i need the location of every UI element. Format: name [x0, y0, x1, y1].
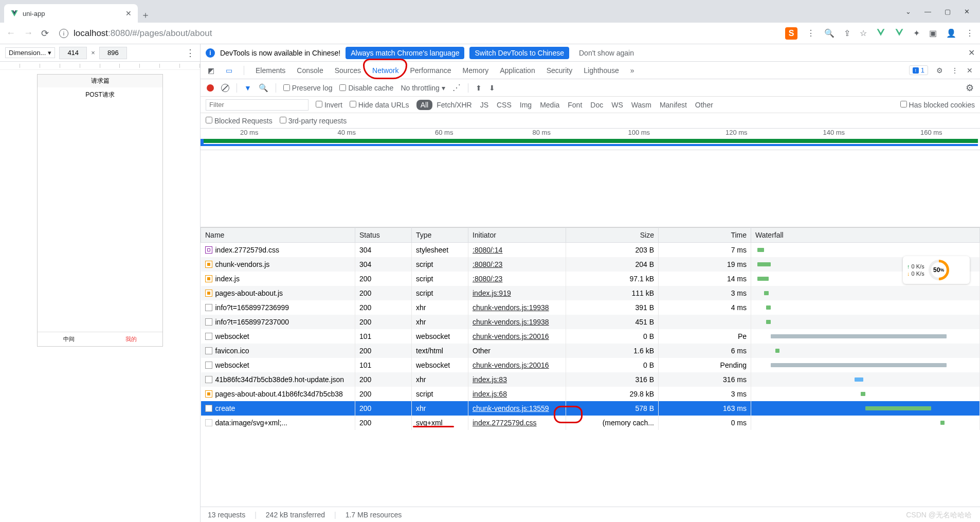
device-select[interactable]: Dimension... ▾: [5, 47, 55, 58]
height-input[interactable]: [99, 47, 127, 59]
filter-type-font[interactable]: Font: [564, 100, 586, 110]
forward-icon[interactable]: →: [24, 28, 33, 39]
filter-type-css[interactable]: CSS: [493, 100, 516, 110]
record-button[interactable]: [207, 84, 214, 92]
ext-menu-icon[interactable]: ⋮: [807, 28, 815, 38]
blocked-cookies-checkbox[interactable]: Has blocked cookies: [900, 101, 975, 109]
close-infobar-icon[interactable]: ✕: [968, 48, 975, 58]
vue-devtools-icon-2[interactable]: [895, 28, 904, 39]
filter-type-media[interactable]: Media: [536, 100, 564, 110]
col-waterfall[interactable]: Waterfall: [751, 228, 980, 243]
tabbar-item-2[interactable]: 我的: [100, 332, 163, 346]
request-row[interactable]: index.js200script:8080/:2397.1 kB14 ms: [201, 272, 980, 286]
filter-type-other[interactable]: Other: [691, 100, 717, 110]
extensions-icon[interactable]: ✦: [913, 28, 920, 38]
third-party-checkbox[interactable]: 3rd-party requests: [280, 117, 347, 125]
search-icon[interactable]: 🔍: [259, 83, 268, 93]
request-row[interactable]: pages-about-about.js200scriptindex.js:91…: [201, 286, 980, 300]
tabbar-item-1[interactable]: 中间: [38, 332, 100, 346]
match-language-button[interactable]: Always match Chrome's language: [346, 47, 464, 59]
download-har-icon[interactable]: ⬇: [489, 84, 495, 92]
tab-performance[interactable]: Performance: [410, 66, 451, 75]
filter-type-img[interactable]: Img: [516, 100, 536, 110]
filter-type-all[interactable]: All: [416, 100, 433, 110]
filter-type-doc[interactable]: Doc: [586, 100, 607, 110]
filter-type-manifest[interactable]: Manifest: [656, 100, 691, 110]
address-bar[interactable]: i localhost:8080/#/pages/about/about: [54, 26, 780, 41]
tab-network[interactable]: Network: [372, 66, 398, 75]
request-row[interactable]: pages-about-about.41b86fc34d7b5cb38200sc…: [201, 387, 980, 401]
hide-dataurls-checkbox[interactable]: Hide data URLs: [350, 101, 409, 109]
col-initiator[interactable]: Initiator: [468, 228, 566, 243]
filter-type-wasm[interactable]: Wasm: [627, 100, 656, 110]
col-status[interactable]: Status: [355, 228, 412, 243]
tab-application[interactable]: Application: [500, 66, 535, 75]
close-tab-icon[interactable]: ✕: [125, 9, 132, 17]
share-icon[interactable]: ⇪: [844, 28, 850, 38]
tab-security[interactable]: Security: [547, 66, 573, 75]
sogou-ext-icon[interactable]: S: [785, 27, 797, 40]
tab-memory[interactable]: Memory: [463, 66, 489, 75]
col-name[interactable]: Name: [201, 228, 355, 243]
inspect-icon[interactable]: ◩: [208, 66, 214, 75]
site-info-icon[interactable]: i: [59, 29, 68, 38]
network-conditions-icon[interactable]: ⋰: [452, 83, 461, 93]
maximize-icon[interactable]: ▢: [945, 8, 951, 15]
request-row[interactable]: create200xhrchunk-vendors.js:13559578 B1…: [201, 401, 980, 416]
request-row[interactable]: 41b86fc34d7b5cb38de9.hot-update.json200x…: [201, 372, 980, 387]
preserve-log-checkbox[interactable]: Preserve log: [283, 84, 333, 92]
issues-badge[interactable]: !1: [909, 65, 928, 75]
col-size[interactable]: Size: [566, 228, 659, 243]
disable-cache-checkbox[interactable]: Disable cache: [339, 84, 393, 92]
settings-icon[interactable]: ⚙: [936, 66, 943, 75]
tab-lighthouse[interactable]: Lighthouse: [584, 66, 619, 75]
minimize-icon[interactable]: ―: [924, 8, 931, 15]
close-window-icon[interactable]: ✕: [964, 8, 970, 15]
chrome-menu-icon[interactable]: ⋮: [966, 28, 974, 38]
device-more-icon[interactable]: ⋮: [186, 47, 195, 59]
device-preview[interactable]: 请求篇 POST请求 中间 我的: [37, 74, 163, 347]
filter-toggle-icon[interactable]: ▼: [244, 84, 251, 92]
switch-language-button[interactable]: Switch DevTools to Chinese: [469, 47, 569, 59]
tab-more[interactable]: »: [630, 66, 634, 75]
request-row[interactable]: websocket101websocketchunk-vendors.js:20…: [201, 329, 980, 344]
throttling-select[interactable]: No throttling ▾: [401, 84, 445, 92]
request-row[interactable]: websocket101websocketchunk-vendors.js:20…: [201, 358, 980, 372]
reload-icon[interactable]: ⟳: [41, 28, 49, 39]
bookmark-icon[interactable]: ☆: [860, 28, 867, 38]
vue-devtools-icon[interactable]: [876, 28, 885, 39]
browser-tab[interactable]: uni-app ✕: [4, 4, 138, 23]
network-timeline[interactable]: 20 ms40 ms60 ms80 ms100 ms120 ms140 ms16…: [201, 129, 980, 150]
dont-show-button[interactable]: Don't show again: [574, 46, 639, 60]
network-speed-widget[interactable]: 0 K/s 0 K/s 50%: [903, 256, 970, 284]
width-input[interactable]: [59, 47, 87, 59]
new-tab-button[interactable]: ＋: [138, 7, 153, 23]
zoom-icon[interactable]: 🔍: [824, 28, 834, 38]
filter-input[interactable]: [206, 99, 308, 111]
request-row[interactable]: favicon.ico200text/htmlOther1.6 kB6 ms: [201, 344, 980, 358]
tab-console[interactable]: Console: [297, 66, 323, 75]
sidepanel-icon[interactable]: ▣: [929, 28, 937, 38]
col-type[interactable]: Type: [412, 228, 468, 243]
request-row[interactable]: index.2772579d.css304stylesheet:8080/:14…: [201, 243, 980, 258]
network-settings-icon[interactable]: ⚙: [966, 82, 974, 94]
more-tools-icon[interactable]: ⋮: [951, 66, 958, 75]
profile-icon[interactable]: 👤: [946, 28, 956, 38]
blocked-requests-checkbox[interactable]: Blocked Requests: [206, 117, 273, 125]
upload-har-icon[interactable]: ⬆: [476, 84, 482, 92]
close-devtools-icon[interactable]: ✕: [967, 66, 973, 75]
col-time[interactable]: Time: [659, 228, 751, 243]
tab-elements[interactable]: Elements: [256, 66, 285, 75]
filter-type-fetchxhr[interactable]: Fetch/XHR: [432, 100, 476, 110]
request-row[interactable]: data:image/svg+xml;...200svg+xmlindex.27…: [201, 416, 980, 430]
request-row[interactable]: chunk-vendors.js304script:8080/:23204 B1…: [201, 257, 980, 272]
caret-down-icon[interactable]: ⌄: [905, 8, 911, 15]
invert-checkbox[interactable]: Invert: [316, 101, 342, 109]
clear-button[interactable]: [221, 84, 229, 92]
back-icon[interactable]: ←: [6, 28, 15, 39]
request-row[interactable]: info?t=1658997236999200xhrchunk-vendors.…: [201, 300, 980, 315]
timeline-selection-area[interactable]: [201, 150, 980, 227]
filter-type-ws[interactable]: WS: [607, 100, 627, 110]
device-toggle-icon[interactable]: ▭: [226, 66, 232, 75]
filter-type-js[interactable]: JS: [476, 100, 493, 110]
